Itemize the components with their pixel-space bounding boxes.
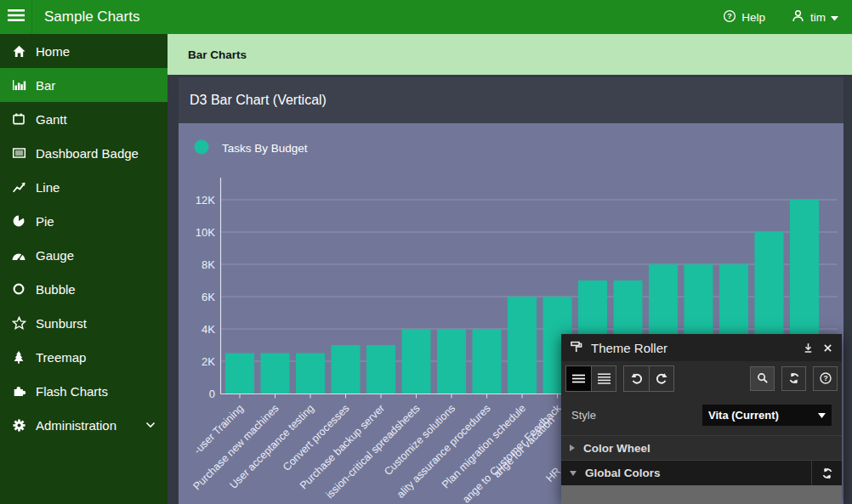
bar[interactable] <box>261 354 290 394</box>
list-comfortable-icon <box>597 372 611 385</box>
sidebar-item-label: Sunburst <box>36 316 87 331</box>
sidebar-item-label: Flash Charts <box>36 384 108 399</box>
calendar-icon <box>10 112 27 126</box>
app-window: Sample Charts ? Help tim HomeBarGanttDas… <box>0 0 852 504</box>
sidebar: HomeBarGanttDashboard BadgeLinePieGaugeB… <box>0 34 168 504</box>
undo-icon <box>630 371 644 385</box>
topbar-actions: ? Help tim <box>723 8 852 25</box>
redo-button[interactable] <box>649 366 673 391</box>
compact-view-button[interactable] <box>566 366 591 391</box>
sidebar-item-gantt[interactable]: Gantt <box>0 102 168 136</box>
y-axis-tick-label: 12K <box>196 194 215 207</box>
svg-text:?: ? <box>727 12 732 20</box>
sidebar-item-administration[interactable]: Administration <box>0 408 168 442</box>
bar[interactable] <box>225 354 254 394</box>
close-button[interactable] <box>822 343 833 354</box>
sidebar-item-label: Dashboard Badge <box>36 146 139 161</box>
bar-chart-icon <box>10 78 27 92</box>
svg-text:?: ? <box>823 374 827 382</box>
help-button[interactable]: ? Help <box>723 9 765 25</box>
user-icon <box>791 8 805 25</box>
refresh-button[interactable] <box>781 366 806 391</box>
sidebar-item-label: Line <box>36 180 60 195</box>
sidebar-item-label: Bar <box>36 78 55 93</box>
help-label: Help <box>741 11 765 24</box>
undo-redo-group <box>623 365 674 392</box>
bar[interactable] <box>366 345 395 394</box>
search-icon <box>756 371 770 385</box>
accordion-global-colors[interactable]: Global Colors <box>561 460 842 485</box>
sidebar-item-line[interactable]: Line <box>0 170 168 204</box>
toolbar-right-group: ? <box>750 366 838 391</box>
user-menu-button[interactable]: tim <box>791 8 838 25</box>
y-axis-tick-label: 2K <box>202 355 215 368</box>
sidebar-item-gauge[interactable]: Gauge <box>0 238 168 272</box>
reset-global-colors-button[interactable] <box>811 461 842 485</box>
select-caret-icon <box>818 413 826 418</box>
bar[interactable] <box>437 329 466 394</box>
accordion-color-wheel[interactable]: Color Wheel <box>561 435 842 460</box>
bar[interactable] <box>402 329 431 394</box>
sidebar-item-bubble[interactable]: Bubble <box>0 272 168 306</box>
bar[interactable] <box>473 329 502 394</box>
breadcrumb-title: Bar Charts <box>188 48 247 61</box>
badge-list-icon <box>10 146 27 160</box>
y-axis-tick-label: 6K <box>202 291 215 303</box>
caret-down-icon <box>831 11 838 24</box>
y-axis-tick-label: 10K <box>196 226 215 239</box>
style-select[interactable]: Vita (Current) <box>702 405 832 426</box>
chevron-right-icon <box>570 445 575 451</box>
sidebar-item-label: Bubble <box>36 282 76 297</box>
export-theme-button[interactable] <box>802 342 815 354</box>
global-colors-label: Global Colors <box>585 467 661 479</box>
sidebar-item-treemap[interactable]: Treemap <box>0 340 168 374</box>
help-icon: ? <box>723 9 736 25</box>
gear-icon <box>10 418 27 433</box>
theme-roller-title: Theme Roller <box>591 341 667 355</box>
sidebar-item-label: Gauge <box>36 248 74 263</box>
chevron-down-icon <box>145 422 156 428</box>
pie-chart-icon <box>10 214 27 228</box>
y-axis-tick-label: 0 <box>209 388 215 400</box>
legend-label: Tasks By Budget <box>222 142 308 155</box>
theme-roller-header: Theme Roller <box>561 334 842 361</box>
breadcrumb-bar: Bar Charts <box>168 34 852 75</box>
y-axis-tick-label: 8K <box>202 258 215 271</box>
style-label: Style <box>571 409 596 422</box>
color-wheel-label: Color Wheel <box>583 442 650 455</box>
topbar-divider <box>31 0 32 34</box>
home-icon <box>10 44 27 59</box>
help-theme-button[interactable]: ? <box>813 366 838 391</box>
close-icon <box>822 343 833 354</box>
menu-toggle-button[interactable] <box>0 0 31 34</box>
search-button[interactable] <box>750 366 775 391</box>
gauge-icon <box>10 249 27 262</box>
star-icon <box>10 316 27 331</box>
paint-roller-icon <box>570 340 583 356</box>
topbar: Sample Charts ? Help tim <box>0 0 852 34</box>
comfortable-view-button[interactable] <box>591 366 616 391</box>
style-select-value: Vita (Current) <box>708 409 779 422</box>
sidebar-item-dashboard-badge[interactable]: Dashboard Badge <box>0 136 168 170</box>
hamburger-icon <box>8 8 25 25</box>
download-icon <box>802 342 815 354</box>
refresh-icon <box>821 467 834 480</box>
sidebar-item-flash-charts[interactable]: Flash Charts <box>0 374 168 408</box>
sidebar-item-pie[interactable]: Pie <box>0 204 168 238</box>
chart-panel-title: D3 Bar Chart (Vertical) <box>190 93 327 108</box>
puzzle-icon <box>10 384 27 398</box>
redo-icon <box>655 371 668 385</box>
bar[interactable] <box>332 345 361 394</box>
undo-button[interactable] <box>624 366 649 391</box>
legend-marker <box>195 140 209 155</box>
bar[interactable] <box>508 297 537 394</box>
sidebar-item-bar[interactable]: Bar <box>0 68 168 102</box>
app-title: Sample Charts <box>44 8 139 25</box>
global-colors-body <box>561 485 842 504</box>
sidebar-item-sunburst[interactable]: Sunburst <box>0 306 168 340</box>
x-axis-label: HR <box>543 465 563 484</box>
sidebar-item-home[interactable]: Home <box>0 34 168 68</box>
view-mode-group <box>565 365 616 392</box>
bar[interactable] <box>296 354 325 394</box>
y-axis-tick-label: 4K <box>202 323 215 336</box>
